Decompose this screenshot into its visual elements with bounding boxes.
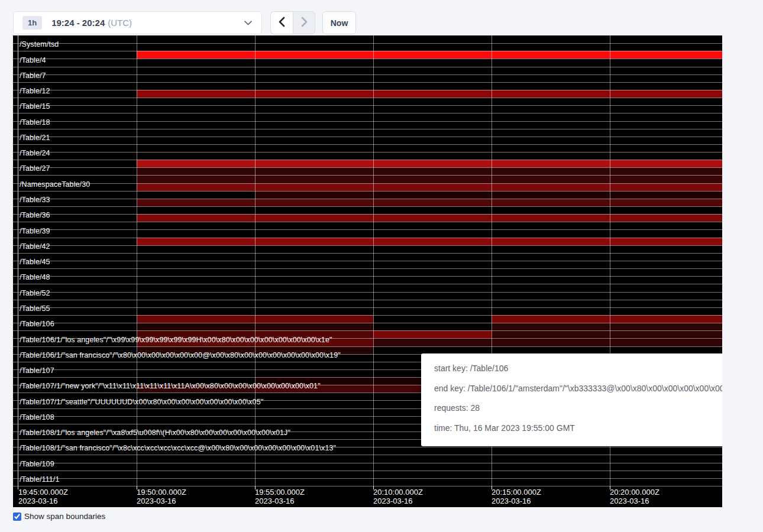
span-label: /System/tsd [20, 41, 59, 48]
span-label: /Table/106/1/"los angeles"/"\x99\x99\x99… [20, 336, 332, 344]
show-span-boundaries-checkbox[interactable] [13, 512, 21, 521]
heat-cell [137, 315, 255, 323]
span-boundary-line [13, 471, 722, 471]
span-boundary-line [13, 43, 722, 44]
span-label: /Table/45 [20, 258, 50, 266]
span-boundary-line [13, 160, 722, 160]
show-span-boundaries-row[interactable]: Show span boundaries [13, 512, 105, 521]
heat-cell [137, 90, 255, 98]
heat-cell [492, 330, 610, 338]
now-button[interactable]: Now [322, 11, 356, 34]
span-boundary-line [13, 59, 722, 59]
span-boundary-line [13, 113, 722, 113]
tooltip-time: time: Thu, 16 Mar 2023 19:55:00 GMT [434, 422, 722, 434]
time-range-picker[interactable]: 1h 19:24 - 20:24 (UTC) [13, 11, 262, 34]
span-boundary-line [13, 268, 722, 269]
heat-cell [255, 167, 373, 175]
timezone-label: (UTC) [108, 18, 132, 28]
span-label: /Table/109 [20, 460, 54, 468]
span-boundary-line [13, 229, 722, 230]
heat-cell [610, 160, 722, 167]
span-boundary-line [13, 330, 722, 331]
heat-cell [373, 191, 492, 199]
span-label: /Table/12 [20, 87, 50, 95]
heat-cell [373, 51, 492, 59]
heat-cell [137, 167, 255, 175]
span-label: /Table/36 [20, 212, 50, 219]
next-range-button[interactable] [293, 11, 315, 34]
prev-range-button[interactable] [270, 11, 293, 34]
span-boundary-line [13, 67, 722, 67]
heat-cell [610, 238, 722, 245]
hover-tooltip: start key: /Table/106 end key: /Table/10… [421, 353, 722, 446]
heat-cell [255, 90, 373, 98]
span-boundary-line [13, 167, 722, 168]
span-boundary-line [13, 463, 722, 463]
heat-cell [137, 323, 255, 330]
span-boundary-line [13, 51, 722, 51]
heat-cell [492, 238, 610, 245]
span-boundary-line [13, 346, 722, 347]
span-label: /Table/55 [20, 305, 50, 313]
span-label: /Table/42 [20, 243, 50, 251]
axis-date-label: 2023-03-16 [137, 497, 176, 505]
span-label: /Table/106 [20, 320, 54, 328]
heat-cell [255, 175, 373, 183]
heat-cell [373, 199, 492, 206]
span-label: /Table/108/1/"los angeles"/"\xa8\xf5\u00… [20, 429, 290, 437]
axis-time-label: 20:10:00.000Z [373, 488, 423, 497]
axis-time-label: 19:50:00.000Z [137, 488, 186, 497]
span-label: /Table/15 [20, 103, 50, 111]
span-boundary-line [13, 152, 722, 153]
tooltip-end-key: end key: /Table/106/1/"amsterdam"/"\xb33… [434, 382, 722, 394]
chevron-down-icon [244, 21, 252, 25]
span-boundary-line [13, 323, 722, 323]
heat-cell [492, 183, 610, 191]
key-visualizer-canvas[interactable]: start key: /Table/106 end key: /Table/10… [13, 35, 722, 507]
axis-date-label: 2023-03-16 [255, 497, 295, 505]
span-boundary-line [13, 82, 722, 83]
heat-cell [373, 175, 492, 183]
heat-cell [610, 315, 722, 323]
span-boundary-line [13, 307, 722, 308]
heat-cell [255, 214, 373, 222]
span-boundary-line [13, 199, 722, 199]
span-label: /Table/106/1/"san francisco"/"\x80\x00\x… [20, 352, 341, 359]
axis-date-label: 2023-03-16 [492, 497, 531, 505]
span-boundary-line [13, 183, 722, 184]
axis-date-label: 2023-03-16 [610, 497, 649, 505]
heat-cell [610, 167, 722, 175]
heat-cell [373, 214, 492, 222]
heat-cell [255, 160, 373, 167]
span-label: /Table/4 [20, 57, 46, 64]
span-label: /Table/21 [20, 134, 50, 142]
chevron-right-icon [301, 17, 308, 29]
span-boundary-line [13, 292, 722, 293]
span-label: /Table/107 [20, 367, 54, 375]
axis-time-label: 19:45:00.000Z [18, 488, 68, 497]
heat-cell [492, 214, 610, 222]
span-boundary-line [13, 276, 722, 277]
heat-cell [492, 315, 610, 323]
span-boundary-line [13, 455, 722, 455]
heat-cell [610, 338, 722, 346]
heat-cell [373, 238, 492, 245]
span-boundary-line [13, 238, 722, 238]
span-label: /Table/39 [20, 228, 50, 235]
span-boundary-line [13, 121, 722, 122]
heat-cell [137, 51, 255, 59]
heat-cell [492, 175, 610, 183]
start-key-boundary-line [18, 35, 18, 486]
span-label: /Table/111/1 [20, 476, 59, 484]
heat-cell [492, 51, 610, 59]
heat-cell [610, 199, 722, 206]
heat-cell [610, 191, 722, 199]
heat-cell [492, 338, 610, 346]
heat-cell [492, 160, 610, 167]
span-boundary-line [13, 478, 722, 479]
heat-cell [373, 330, 492, 338]
heat-cell [492, 191, 610, 199]
span-boundary-line [13, 300, 722, 300]
span-boundary-line [13, 315, 722, 316]
span-boundary-line [13, 261, 722, 261]
